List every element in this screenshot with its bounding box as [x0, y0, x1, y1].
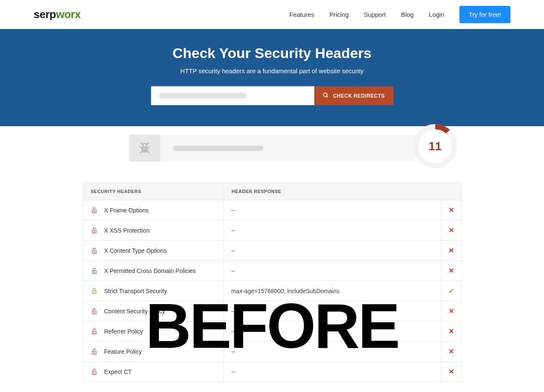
header-name-text: Referrer Policy [104, 328, 143, 335]
nav-blog[interactable]: Blog [401, 11, 414, 18]
header-name-text: Strict Transport Security [104, 288, 167, 294]
cell-header-response: -- [224, 321, 441, 341]
lock-icon [91, 307, 98, 315]
nav-login[interactable]: Login [429, 11, 444, 18]
hero-section: Check Your Security Headers HTTP securit… [0, 29, 544, 126]
lock-icon [91, 207, 98, 214]
nav-pricing[interactable]: Pricing [329, 11, 349, 18]
cell-header-name: X Content Type Options [83, 241, 224, 260]
svg-point-10 [94, 231, 95, 232]
cell-header-name: Content Security Policy [83, 301, 224, 321]
cell-header-response: -- [224, 241, 441, 260]
cell-header-name: Strict Transport Security [83, 281, 224, 301]
cell-status: ✕ [441, 301, 461, 321]
lock-icon [91, 227, 98, 234]
check-icon: ✓ [448, 287, 454, 295]
nav-support[interactable]: Support [364, 11, 386, 18]
headers-table: SECURITY HEADERS HEADER RESPONSE X Frame… [83, 183, 462, 382]
cell-header-response: max-age=15768000; includeSubDomains [224, 281, 441, 301]
result-bar: 11 [129, 135, 415, 162]
cross-icon: ✕ [448, 368, 454, 376]
cell-header-response: -- [224, 220, 441, 240]
cell-header-name: Referrer Policy [83, 321, 224, 341]
nav-features[interactable]: Features [289, 11, 314, 18]
check-button-label: CHECK REDIRECTS [333, 93, 385, 99]
svg-point-16 [94, 291, 95, 292]
table-row: Feature Policy--✕ [83, 342, 461, 362]
try-free-button[interactable]: Try for free! [459, 6, 510, 23]
hero-subtitle: HTTP security headers are a fundamental … [0, 67, 544, 74]
cross-icon: ✕ [448, 347, 454, 355]
cell-status: ✕ [441, 321, 461, 341]
search-icon [323, 92, 329, 100]
cell-status: ✕ [441, 362, 461, 381]
cell-status: ✕ [441, 241, 461, 260]
header-name-text: X Permitted Cross Domain Policies [104, 268, 196, 274]
table-row: Content Security Policy--✕ [83, 301, 461, 321]
score-value: 11 [428, 140, 441, 153]
cell-status: ✕ [441, 261, 461, 281]
search-bar: CHECK REDIRECTS [151, 86, 393, 105]
cross-icon: ✕ [448, 246, 454, 254]
table-row: X Content Type Options--✕ [83, 241, 461, 261]
table-row: X Frame Options--✕ [83, 200, 461, 220]
header-name-text: Content Security Policy [104, 308, 165, 315]
logo-part1: serp [34, 8, 56, 21]
hero-title: Check Your Security Headers [0, 45, 544, 61]
input-placeholder-redacted [159, 93, 247, 98]
svg-point-24 [94, 372, 95, 373]
svg-point-12 [94, 251, 95, 252]
header-name-text: X XSS Protection [104, 227, 150, 234]
lock-icon [91, 348, 98, 355]
cell-header-name: X Frame Options [83, 200, 224, 220]
content: 11 SECURITY HEADERS HEADER RESPONSE X Fr… [0, 126, 544, 392]
score-circle: 11 [413, 124, 457, 168]
cell-header-response: -- [224, 362, 441, 381]
logo[interactable]: serpworx [34, 8, 81, 21]
header-bar: serpworx Features Pricing Support Blog L… [0, 0, 544, 29]
table-row: Expect CT--✕ [83, 362, 461, 381]
result-url-redacted [173, 146, 263, 151]
table-header: SECURITY HEADERS HEADER RESPONSE [83, 183, 461, 200]
svg-rect-2 [143, 144, 146, 148]
cell-header-response: -- [224, 342, 441, 361]
cell-header-name: Expect CT [83, 362, 224, 381]
cell-status: ✕ [441, 220, 461, 240]
table-row: Referrer Policy--✕ [83, 321, 461, 342]
svg-point-8 [94, 211, 95, 212]
result-url-box [160, 135, 415, 162]
lock-icon [91, 328, 98, 335]
cross-icon: ✕ [448, 327, 454, 335]
table-row: X Permitted Cross Domain Policies--✕ [83, 261, 461, 281]
cross-icon: ✕ [448, 307, 454, 315]
svg-line-1 [326, 96, 328, 97]
cross-icon: ✕ [448, 206, 454, 214]
cross-icon: ✕ [448, 226, 454, 234]
svg-point-14 [94, 271, 95, 272]
header-name-text: Expect CT [104, 368, 132, 375]
header-col-response: HEADER RESPONSE [224, 183, 461, 200]
lock-icon [91, 267, 98, 275]
cell-status: ✕ [441, 342, 461, 361]
cell-header-response: -- [224, 200, 441, 220]
cell-header-name: Feature Policy [83, 342, 224, 361]
cell-header-response: -- [224, 261, 441, 281]
svg-point-18 [94, 312, 95, 313]
cross-icon: ✕ [448, 267, 454, 275]
svg-point-0 [324, 93, 327, 96]
cell-status: ✓ [441, 281, 461, 301]
lock-icon [91, 368, 98, 376]
cell-header-name: X XSS Protection [83, 220, 224, 240]
crawler-icon-box [129, 135, 160, 162]
table-row: Strict Transport Securitymax-age=1576800… [83, 281, 461, 301]
header-name-text: Feature Policy [104, 348, 142, 355]
lock-icon [91, 247, 98, 254]
svg-point-20 [94, 332, 95, 333]
url-input[interactable] [151, 86, 314, 105]
svg-point-22 [94, 352, 95, 353]
header-col-name: SECURITY HEADERS [83, 183, 224, 200]
table-row: X XSS Protection--✕ [83, 220, 461, 241]
cell-header-name: X Permitted Cross Domain Policies [83, 261, 224, 281]
check-redirects-button[interactable]: CHECK REDIRECTS [314, 86, 393, 105]
lock-icon [91, 287, 98, 295]
